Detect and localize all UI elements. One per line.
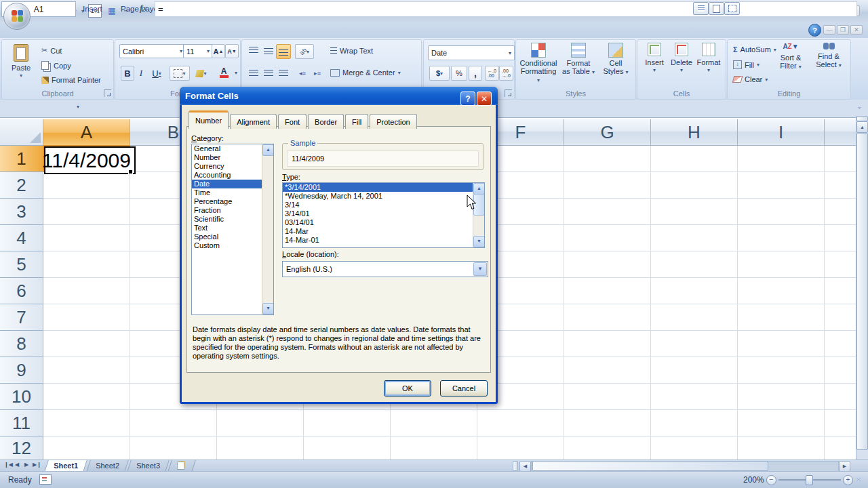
- increase-indent-button[interactable]: ▸≡: [310, 66, 325, 81]
- decrease-decimal-button[interactable]: .00→.0: [499, 66, 513, 81]
- sort-filter-button[interactable]: AZ▼ Sort & Filter ▾: [772, 43, 809, 71]
- font-color-button[interactable]: A: [213, 64, 235, 81]
- row-header-11[interactable]: 11: [0, 410, 43, 436]
- row-header-12[interactable]: 12: [0, 436, 43, 460]
- number-dialog-launcher-icon[interactable]: [505, 89, 512, 97]
- scroll-left-icon[interactable]: ◀: [519, 461, 531, 472]
- type-scroll-down-icon[interactable]: ▼: [473, 236, 485, 247]
- formula-bar-expand-icon[interactable]: ⌄: [857, 104, 862, 110]
- column-header-partial[interactable]: [825, 119, 856, 146]
- zoom-slider-handle[interactable]: [806, 475, 813, 485]
- page-break-view-button[interactable]: [724, 2, 740, 15]
- clear-button[interactable]: Clear ▾: [733, 75, 768, 83]
- category-accounting[interactable]: Accounting: [192, 171, 273, 180]
- horizontal-scroll-thumb[interactable]: [532, 461, 768, 471]
- type-item-1[interactable]: *Wednesday, March 14, 2001: [283, 192, 484, 201]
- normal-view-button[interactable]: [693, 2, 709, 15]
- italic-button[interactable]: I: [134, 66, 148, 81]
- zoom-out-icon[interactable]: −: [766, 475, 776, 485]
- category-scroll-up-icon[interactable]: ▲: [262, 144, 274, 156]
- sheet-tab-sheet2[interactable]: Sheet2: [86, 460, 128, 472]
- dialog-help-icon[interactable]: ?: [460, 92, 475, 106]
- cut-button[interactable]: ✂ Cut: [41, 46, 62, 55]
- cancel-button[interactable]: Cancel: [440, 380, 488, 396]
- insert-cells-button[interactable]: Insert ▾: [642, 43, 667, 75]
- row-header-1[interactable]: 1: [0, 146, 44, 172]
- grow-font-button[interactable]: A▲: [212, 44, 225, 58]
- category-fraction[interactable]: Fraction: [192, 206, 273, 215]
- sheet-tab-sheet1[interactable]: Sheet1: [44, 460, 87, 472]
- column-header-g[interactable]: G: [564, 119, 651, 146]
- dialog-tab-alignment[interactable]: Alignment: [230, 114, 277, 129]
- merge-center-button[interactable]: Merge & Center ▾: [330, 68, 401, 77]
- workbook-minimize-button[interactable]: —: [823, 25, 835, 35]
- align-right-button[interactable]: [276, 66, 291, 81]
- row-header-5[interactable]: 5: [0, 251, 43, 278]
- decrease-indent-button[interactable]: ◂≡: [295, 66, 310, 81]
- category-custom[interactable]: Custom: [192, 241, 273, 250]
- clipboard-dialog-launcher-icon[interactable]: [104, 89, 111, 97]
- align-center-button[interactable]: [261, 66, 276, 81]
- find-select-button[interactable]: Find & Select ▾: [810, 43, 847, 70]
- font-name-combo[interactable]: Calibri▾: [119, 44, 186, 58]
- row-header-7[interactable]: 7: [0, 304, 43, 331]
- active-cell-a1[interactable]: 11/4/2009: [44, 146, 136, 174]
- copy-button[interactable]: Copy: [41, 61, 71, 70]
- category-date[interactable]: Date: [192, 180, 273, 188]
- type-item-6[interactable]: 14-Mar-01: [283, 236, 484, 245]
- align-middle-button[interactable]: [261, 44, 276, 59]
- scroll-up-icon[interactable]: ▲: [856, 121, 868, 133]
- dialog-tab-fill[interactable]: Fill: [345, 114, 368, 129]
- percent-style-button[interactable]: %: [451, 66, 467, 81]
- zoom-level[interactable]: 200%: [743, 475, 764, 485]
- accounting-format-button[interactable]: $▾: [429, 66, 450, 81]
- insert-function-icon[interactable]: fx: [140, 3, 147, 14]
- dialog-tab-border[interactable]: Border: [308, 114, 344, 129]
- page-layout-view-button[interactable]: [709, 2, 724, 15]
- category-scroll-down-icon[interactable]: ▼: [262, 303, 274, 314]
- help-icon[interactable]: ?: [808, 24, 821, 37]
- ok-button[interactable]: OK: [384, 380, 431, 396]
- column-header-a[interactable]: A: [43, 119, 130, 146]
- workbook-close-button[interactable]: ✕: [850, 25, 863, 35]
- orientation-button[interactable]: ab▾: [295, 44, 314, 59]
- type-scroll-up-icon[interactable]: ▲: [473, 183, 485, 195]
- fill-button[interactable]: ↓ Fill ▾: [733, 60, 760, 69]
- column-header-i[interactable]: I: [738, 119, 825, 146]
- office-button-icon[interactable]: [3, 3, 31, 30]
- category-text[interactable]: Text: [192, 224, 273, 232]
- category-listbox[interactable]: General Number Currency Accounting Date …: [191, 144, 274, 315]
- locale-dropdown-icon[interactable]: ▼: [473, 262, 487, 276]
- wrap-text-button[interactable]: Wrap Text: [330, 47, 373, 55]
- dialog-tab-protection[interactable]: Protection: [370, 114, 417, 129]
- comma-style-button[interactable]: ,: [469, 66, 482, 81]
- vertical-split-handle[interactable]: [856, 116, 868, 121]
- type-item-5[interactable]: 14-Mar: [283, 227, 484, 236]
- tab-insert[interactable]: Insert: [75, 1, 111, 16]
- number-format-combo[interactable]: Date▾: [428, 45, 515, 60]
- category-number[interactable]: Number: [192, 153, 273, 162]
- font-size-combo[interactable]: 11▾: [183, 44, 213, 58]
- prev-sheet-icon[interactable]: ◀: [15, 462, 19, 468]
- locale-dropdown[interactable]: English (U.S.) ▼: [282, 261, 488, 277]
- font-color-dropdown-icon[interactable]: ▾: [235, 70, 237, 76]
- type-item-2[interactable]: 3/14: [283, 201, 484, 209]
- formula-input[interactable]: =: [155, 1, 857, 17]
- zoom-in-icon[interactable]: +: [843, 475, 853, 485]
- tab-split-handle[interactable]: [513, 461, 518, 471]
- paste-button[interactable]: Paste ▾: [6, 44, 36, 80]
- type-scrollbar[interactable]: ▲ ▼: [473, 183, 484, 247]
- category-special[interactable]: Special: [192, 232, 273, 241]
- dialog-close-icon[interactable]: ✕: [477, 92, 492, 106]
- dialog-title-bar[interactable]: Format Cells: [180, 87, 498, 105]
- row-header-3[interactable]: 3: [0, 199, 43, 225]
- increase-decimal-button[interactable]: ←.0.00: [485, 66, 499, 81]
- row-header-9[interactable]: 9: [0, 357, 43, 384]
- category-currency[interactable]: Currency: [192, 162, 273, 171]
- fill-color-button[interactable]: ▾: [191, 66, 212, 81]
- row-header-4[interactable]: 4: [0, 225, 43, 251]
- type-item-3[interactable]: 3/14/01: [283, 209, 484, 218]
- type-item-4[interactable]: 03/14/01: [283, 218, 484, 227]
- last-sheet-icon[interactable]: ▶❙: [33, 462, 41, 468]
- vertical-scroll-thumb[interactable]: [856, 133, 868, 450]
